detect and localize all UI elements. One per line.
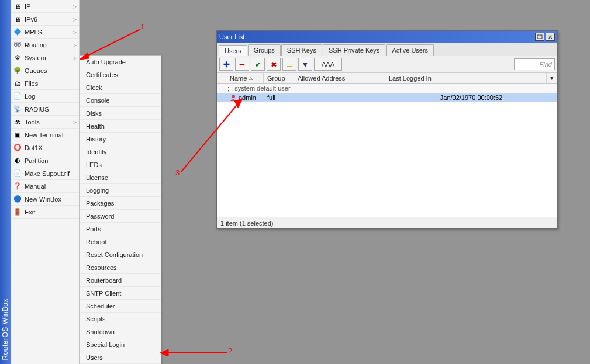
svg-marker-3 [80, 53, 89, 60]
sidebar-item-label: Files [25, 80, 77, 87]
submenu-item-license[interactable]: License [80, 171, 161, 184]
minus-icon: ━ [240, 60, 244, 69]
queues-icon: 🌳 [13, 66, 22, 75]
cell-last-logged: Jan/02/1970 00:00:52 [385, 93, 557, 102]
submenu-item-clock[interactable]: Clock [80, 81, 161, 94]
sidebar-item-radius[interactable]: 📡RADIUS [11, 103, 79, 116]
tab-active-users[interactable]: Active Users [386, 44, 434, 56]
submenu-item-shutdown[interactable]: Shutdown [80, 325, 161, 338]
find-input[interactable]: Find [514, 58, 555, 70]
submenu-item-reset-configuration[interactable]: Reset Configuration [80, 248, 161, 261]
supout-icon: 📄 [13, 169, 22, 178]
chevron-right-icon: ▷ [73, 16, 77, 22]
submenu-item-sntp-client[interactable]: SNTP Client [80, 287, 161, 300]
sidebar-item-manual[interactable]: ❓Manual [11, 180, 79, 193]
svg-line-4 [181, 102, 239, 172]
submenu-item-password[interactable]: Password [80, 210, 161, 223]
svg-rect-0 [537, 35, 542, 39]
submenu-item-leds[interactable]: LEDs [80, 158, 161, 171]
system-submenu: Auto UpgradeCertificatesClockConsoleDisk… [80, 55, 161, 364]
submenu-item-special-login[interactable]: Special Login [80, 338, 161, 351]
sidebar: 🖥IP▷🖥IPv6▷🔷MPLS▷➿Routing▷⚙System▷🌳Queues… [11, 0, 80, 364]
comment-button[interactable]: ▭ [282, 58, 296, 71]
remove-button[interactable]: ━ [235, 58, 249, 71]
submenu-item-history[interactable]: History [80, 133, 161, 145]
submenu-item-packages[interactable]: Packages [80, 197, 161, 210]
sidebar-item-label: MPLS [25, 29, 71, 36]
titlebar[interactable]: User List ✕ [217, 31, 557, 43]
enable-button[interactable]: ✔ [251, 58, 265, 71]
table-row[interactable]: adminfullJan/02/1970 00:00:52 [217, 93, 557, 102]
svg-line-2 [84, 29, 140, 57]
row-comment: ;;; system default user [217, 84, 557, 93]
disable-button[interactable]: ✖ [267, 58, 281, 71]
column-allowed-address[interactable]: Allowed Address [294, 73, 385, 83]
sidebar-item-label: RADIUS [25, 106, 77, 113]
submenu-item-ports[interactable]: Ports [80, 223, 161, 235]
submenu-item-logging[interactable]: Logging [80, 184, 161, 197]
submenu-item-scripts[interactable]: Scripts [80, 313, 161, 325]
sidebar-item-exit[interactable]: 🚪Exit [11, 206, 79, 219]
sidebar-item-files[interactable]: 🗂Files [11, 77, 79, 90]
submenu-item-console[interactable]: Console [80, 94, 161, 107]
submenu-item-health[interactable]: Health [80, 120, 161, 133]
tab-groups[interactable]: Groups [248, 44, 281, 56]
sidebar-item-ipv6[interactable]: 🖥IPv6▷ [11, 13, 79, 26]
sidebar-item-make-supout.rif[interactable]: 📄Make Supout.rif [11, 167, 79, 180]
submenu-item-identity[interactable]: Identity [80, 145, 161, 158]
sidebar-item-label: Queues [25, 67, 77, 74]
statusbar: 1 item (1 selected) [217, 217, 557, 228]
partition-icon: ◐ [13, 156, 22, 165]
column-group[interactable]: Group [264, 73, 294, 83]
tab-ssh-keys[interactable]: SSH Keys [281, 44, 322, 56]
sidebar-item-label: New Terminal [25, 131, 77, 138]
submenu-item-disks[interactable]: Disks [80, 107, 161, 120]
app-title: RouterOS WinBox [1, 299, 9, 360]
arrow-2 [158, 348, 234, 360]
sidebar-item-label: Manual [25, 183, 77, 190]
funnel-icon: ▼ [302, 60, 309, 69]
sidebar-item-queues[interactable]: 🌳Queues [11, 64, 79, 77]
column-spacer [502, 73, 547, 83]
note-icon: ▭ [286, 60, 293, 69]
add-button[interactable]: ✚ [219, 58, 233, 71]
submenu-item-certificates[interactable]: Certificates [80, 68, 161, 81]
submenu-item-routerboard[interactable]: Routerboard [80, 274, 161, 287]
log-icon: 📄 [13, 92, 22, 101]
submenu-item-scheduler[interactable]: Scheduler [80, 300, 161, 313]
column-dropdown[interactable]: ▾ [547, 73, 557, 83]
sidebar-item-dot1x[interactable]: ⭕Dot1X [11, 141, 79, 154]
column-name[interactable]: Name△ [226, 73, 264, 83]
close-button[interactable]: ✕ [546, 33, 555, 41]
check-icon: ✔ [255, 60, 261, 69]
exit-icon: 🚪 [13, 207, 22, 217]
sidebar-item-new-terminal[interactable]: ▣New Terminal [11, 129, 79, 141]
sidebar-item-label: System [25, 54, 71, 61]
sidebar-item-label: Tools [25, 119, 71, 126]
aaa-button[interactable]: AAA [314, 58, 342, 71]
minimize-icon [537, 34, 543, 39]
filter-button[interactable]: ▼ [298, 58, 312, 71]
submenu-item-users[interactable]: Users [80, 351, 161, 364]
sidebar-item-ip[interactable]: 🖥IP▷ [11, 0, 79, 13]
tabs: UsersGroupsSSH KeysSSH Private KeysActiv… [217, 43, 557, 56]
sidebar-item-mpls[interactable]: 🔷MPLS▷ [11, 26, 79, 39]
sidebar-item-routing[interactable]: ➿Routing▷ [11, 39, 79, 51]
sidebar-item-label: Routing [25, 41, 71, 48]
sidebar-item-system[interactable]: ⚙System▷ [11, 51, 79, 64]
submenu-item-resources[interactable]: Resources [80, 261, 161, 274]
sidebar-item-tools[interactable]: 🛠Tools▷ [11, 116, 79, 129]
sidebar-item-partition[interactable]: ◐Partition [11, 154, 79, 167]
files-icon: 🗂 [13, 79, 22, 88]
svg-marker-7 [160, 349, 168, 356]
tab-users[interactable]: Users [219, 45, 247, 56]
sidebar-item-new-winbox[interactable]: 🔵New WinBox [11, 193, 79, 206]
winbox-icon: 🔵 [13, 195, 22, 204]
chevron-right-icon: ▷ [73, 4, 77, 9]
tab-ssh-private-keys[interactable]: SSH Private Keys [323, 44, 385, 56]
minimize-button[interactable] [535, 33, 544, 41]
column-last-logged-in[interactable]: Last Logged In [385, 73, 502, 83]
sidebar-item-log[interactable]: 📄Log [11, 90, 79, 103]
submenu-item-reboot[interactable]: Reboot [80, 235, 161, 248]
cell-allowed [294, 93, 385, 102]
